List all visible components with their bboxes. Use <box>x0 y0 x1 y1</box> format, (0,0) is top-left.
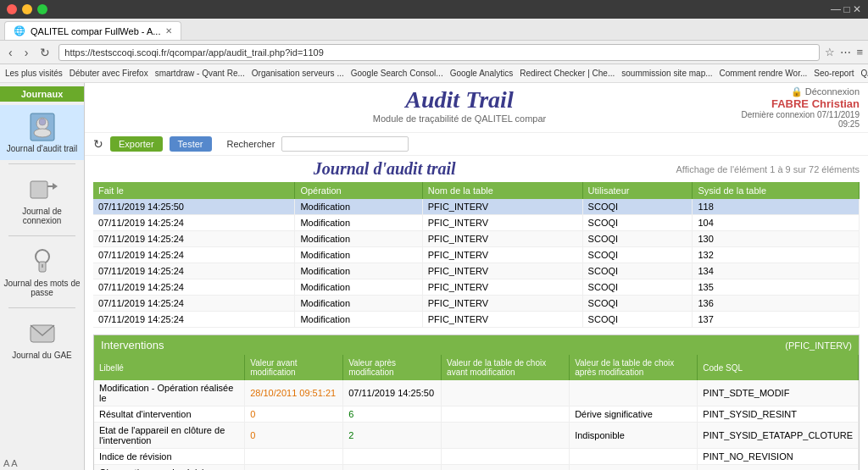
back-button[interactable]: ‹ <box>5 44 16 61</box>
int-col-libelle: Libellé <box>94 355 245 380</box>
audit-table: Fait le Opération Nom de la table Utilis… <box>93 182 860 328</box>
sidebar-item-audit-trail[interactable]: Journal d'audit trail <box>0 105 84 160</box>
svg-rect-4 <box>31 181 47 198</box>
bookmark-google-search[interactable]: Google Search Consol... <box>351 69 443 78</box>
int-cell-choice-after: Dérive significative <box>570 406 698 423</box>
cell-table: PFIC_INTERV <box>422 231 582 247</box>
page-title: Journal d'audit trail <box>314 159 456 179</box>
cell-date: 07/11/2019 14:25:24 <box>93 263 295 279</box>
bookmark-word[interactable]: Comment rendre Wor... <box>720 69 808 78</box>
sidebar-item-connexion[interactable]: Journal de connexion <box>0 168 84 232</box>
table-row[interactable]: 07/11/2019 14:25:24 Modification PFIC_IN… <box>93 263 860 279</box>
test-button[interactable]: Tester <box>170 136 212 152</box>
table-row[interactable]: 07/11/2019 14:25:24 Modification PFIC_IN… <box>93 247 860 263</box>
app-title: Audit Trail <box>195 86 724 113</box>
motspasse-icon <box>27 246 58 277</box>
int-col-val-before: Valeur avant modification <box>245 355 343 380</box>
last-login-date: 07/11/2019 09:25 <box>817 110 860 129</box>
window-controls <box>7 4 47 14</box>
export-button[interactable]: Exporter <box>110 136 163 152</box>
address-bar: ‹ › ↻ ☆ ⋯ ≡ <box>0 41 868 64</box>
tab-bar: 🌐 QALITEL compar FullWeb - A... ✕ <box>0 19 868 41</box>
maximize-window-btn[interactable] <box>37 4 47 14</box>
gae-icon <box>27 318 58 349</box>
cell-sysid: 104 <box>693 215 860 231</box>
font-size-indicator: A A <box>3 458 18 468</box>
interventions-row: Résultat d'intervention 0 6 Dérive signi… <box>94 406 859 423</box>
int-cell-code-sql: PINT_SDTE_MODIF <box>698 380 859 406</box>
cell-date: 07/11/2019 14:25:24 <box>93 231 295 247</box>
cell-operation: Modification <box>295 263 422 279</box>
cell-table: PFIC_INTERV <box>422 263 582 279</box>
sidebar-item-audit-trail-label: Journal d'audit trail <box>7 144 78 153</box>
int-col-choice-before: Valeur de la table de choix avant modifi… <box>442 355 570 380</box>
bookmark-analytics[interactable]: Google Analytics <box>450 69 514 78</box>
cell-operation: Modification <box>295 199 422 215</box>
extensions-icon[interactable]: ⋯ <box>840 46 851 58</box>
bookmarks-bar: Les plus visités Débuter avec Firefox sm… <box>0 64 868 83</box>
interventions-title: Interventions <box>101 339 164 351</box>
browser-tab[interactable]: 🌐 QALITEL compar FullWeb - A... ✕ <box>4 21 181 40</box>
cell-sysid: 130 <box>693 231 860 247</box>
int-col-code-sql: Code SQL <box>698 355 859 380</box>
search-input[interactable] <box>281 136 409 152</box>
svg-point-3 <box>39 119 46 125</box>
url-input[interactable] <box>58 44 820 61</box>
cell-sysid: 132 <box>693 247 860 263</box>
table-row[interactable]: 07/11/2019 14:25:24 Modification PFIC_IN… <box>93 312 860 328</box>
cell-user: SCOQI <box>582 215 693 231</box>
cell-operation: Modification <box>295 312 422 328</box>
table-row[interactable]: 07/11/2019 14:25:24 Modification PFIC_IN… <box>93 296 860 312</box>
int-cell-choice-before <box>442 406 570 423</box>
bookmark-most-visited[interactable]: Les plus visités <box>5 69 63 78</box>
int-cell-code-sql: PINT_NO_REVISION <box>698 449 859 465</box>
bookmark-qalitel[interactable]: QALITEL doc FullWeb ... <box>861 69 868 78</box>
int-cell-val-after <box>343 465 442 471</box>
table-row[interactable]: 07/11/2019 14:25:24 Modification PFIC_IN… <box>93 231 860 247</box>
int-cell-label: Résultat d'intervention <box>94 406 245 423</box>
close-window-btn[interactable] <box>7 4 17 14</box>
cell-user: SCOQI <box>582 199 693 215</box>
minimize-window-btn[interactable] <box>22 4 32 14</box>
bookmark-redirect[interactable]: Redirect Checker | Che... <box>520 69 615 78</box>
forward-button[interactable]: › <box>21 44 32 61</box>
app-subtitle: Module de traçabilité de QALITEL compar <box>195 113 724 124</box>
int-cell-val-before <box>245 465 343 471</box>
tab-close-btn[interactable]: ✕ <box>165 26 172 36</box>
int-cell-label: Indice de révision <box>94 449 245 465</box>
refresh-button[interactable]: ↻ <box>93 137 103 151</box>
bookmark-seo[interactable]: Seo-report <box>814 69 854 78</box>
sidebar-item-motspasse[interactable]: Journal des mots de passe <box>0 240 84 304</box>
bookmark-smartdraw[interactable]: smartdraw - Qvant Re... <box>155 69 245 78</box>
cell-user: SCOQI <box>582 296 693 312</box>
page-info: Affichage de l'élément 1 à 9 sur 72 élém… <box>676 164 860 174</box>
font-size-label: A A <box>3 458 18 468</box>
interventions-row: Modification - Opération réalisée le 28/… <box>94 380 859 406</box>
table-row[interactable]: 07/11/2019 14:25:24 Modification PFIC_IN… <box>93 215 860 231</box>
bookmark-org[interactable]: Organisation serveurs ... <box>252 69 344 78</box>
sidebar-item-gae[interactable]: Journal du GAE <box>0 312 84 367</box>
table-header-row: Fait le Opération Nom de la table Utilis… <box>93 182 860 199</box>
last-login: Dernière connexion 07/11/2019 09:25 <box>724 110 860 129</box>
cell-operation: Modification <box>295 231 422 247</box>
int-cell-val-after: 07/11/2019 14:25:50 <box>343 380 442 406</box>
col-operation: Opération <box>295 182 422 199</box>
bookmark-sitemap[interactable]: soummission site map... <box>621 69 712 78</box>
sidebar-item-gae-label: Journal du GAE <box>12 351 72 360</box>
hamburger-icon[interactable]: ≡ <box>856 46 863 58</box>
refresh-button[interactable]: ↻ <box>36 44 53 61</box>
bookmark-icon[interactable]: ☆ <box>825 46 835 58</box>
cell-sysid: 136 <box>693 296 860 312</box>
int-cell-val-after <box>343 449 442 465</box>
svg-point-2 <box>34 129 51 137</box>
bookmark-firefox[interactable]: Débuter avec Firefox <box>70 69 148 78</box>
table-row[interactable]: 07/11/2019 14:25:50 Modification PFIC_IN… <box>93 199 860 215</box>
search-label: Rechercher <box>227 139 275 149</box>
main-content: Audit Trail Module de traçabilité de QAL… <box>85 83 868 470</box>
logout-link[interactable]: Déconnexion <box>805 86 860 97</box>
cell-operation: Modification <box>295 296 422 312</box>
int-cell-choice-after <box>570 380 698 406</box>
last-login-label: Dernière connexion <box>741 110 815 119</box>
app-layout: Journaux Journal d'audit trail <box>0 83 868 470</box>
table-row[interactable]: 07/11/2019 14:25:24 Modification PFIC_IN… <box>93 279 860 296</box>
